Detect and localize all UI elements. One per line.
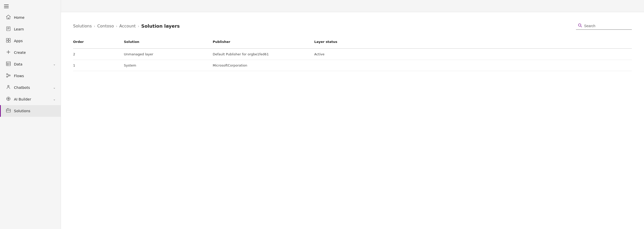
cell-solution-1: Unmanaged layer [124,52,213,56]
chatbot-icon [6,85,11,90]
breadcrumb-separator-1: › [94,24,95,28]
svg-rect-13 [6,62,10,66]
col-solution: Solution [124,38,213,46]
svg-rect-0 [4,5,9,5]
svg-line-33 [581,26,582,27]
breadcrumb: Solutions › Contoso › Account › Solution… [73,23,180,29]
svg-point-23 [8,86,9,86]
sidebar-item-create-label: Create [14,51,56,55]
sidebar-item-flows-label: Flows [14,74,56,78]
sidebar-item-create[interactable]: Create [0,47,61,58]
data-table: Order Solution Publisher Layer status 2 … [73,38,632,71]
main-content: Solutions › Contoso › Account › Solution… [61,0,644,229]
svg-rect-9 [6,41,8,42]
sidebar-item-data[interactable]: Data ⌄ [0,58,61,70]
table-row: 1 System MicrosoftCorporation [73,60,632,71]
apps-icon [6,38,11,44]
breadcrumb-solutions[interactable]: Solutions [73,24,92,28]
svg-line-21 [8,75,9,77]
breadcrumb-separator-2: › [116,24,117,28]
col-layer-status: Layer status [314,38,632,46]
cell-solution-2: System [124,63,213,67]
home-icon [6,15,11,20]
svg-point-17 [7,74,8,75]
sidebar-item-data-label: Data [14,62,50,66]
chevron-down-icon: ⌄ [53,86,56,89]
svg-rect-8 [9,38,10,40]
cell-order-2: 1 [73,63,124,67]
svg-rect-1 [4,6,9,7]
sidebar-item-chatbots[interactable]: Chatbots ⌄ [0,82,61,93]
cell-layer-status-1: Active [314,52,632,56]
table-header: Order Solution Publisher Layer status [73,38,632,49]
svg-point-19 [7,76,8,77]
sidebar-item-home-label: Home [14,15,56,20]
sidebar-item-ai-builder-label: AI Builder [14,97,50,101]
solutions-icon [6,108,11,114]
sidebar-item-learn[interactable]: Learn [0,23,61,35]
sidebar-item-solutions[interactable]: Solutions [0,105,61,117]
sidebar-item-flows[interactable]: Flows [0,70,61,82]
flow-icon [6,73,11,79]
svg-point-18 [9,75,10,76]
sidebar-item-apps-label: Apps [14,39,56,43]
page-title: Solution layers [141,23,180,29]
search-input[interactable] [584,24,630,28]
table-icon [6,61,11,67]
plus-icon [6,50,11,55]
sidebar-item-chatbots-label: Chatbots [14,86,50,90]
search-box[interactable] [576,22,632,30]
sidebar-item-solutions-label: Solutions [14,109,56,113]
cell-publisher-2: MicrosoftCorporation [213,63,314,67]
chevron-down-icon: ⌄ [53,62,56,66]
col-publisher: Publisher [213,38,314,46]
svg-rect-7 [6,38,8,40]
svg-rect-2 [4,8,9,8]
search-icon [578,23,582,28]
ai-icon [6,96,11,102]
table-row: 2 Unmanaged layer Default Publisher for … [73,49,632,60]
breadcrumb-row: Solutions › Contoso › Account › Solution… [73,22,632,30]
cell-publisher-1: Default Publisher for orgbe1fed61 [213,52,314,56]
cell-order-1: 2 [73,52,124,56]
svg-rect-30 [6,109,10,112]
svg-line-20 [8,74,9,75]
sidebar: Home Learn Apps [0,0,61,229]
svg-point-25 [8,98,9,99]
sidebar-top [0,0,61,12]
breadcrumb-contoso[interactable]: Contoso [97,24,114,28]
sidebar-item-learn-label: Learn [14,27,56,31]
sidebar-item-home[interactable]: Home [0,12,61,23]
sidebar-item-apps[interactable]: Apps [0,35,61,47]
col-order: Order [73,38,124,46]
hamburger-icon[interactable] [4,4,9,10]
breadcrumb-separator-3: › [138,24,139,28]
chevron-down-icon: ⌄ [53,97,56,101]
sidebar-item-ai-builder[interactable]: AI Builder ⌄ [0,93,61,105]
svg-rect-10 [9,41,10,42]
breadcrumb-account[interactable]: Account [119,24,136,28]
svg-rect-3 [7,27,10,31]
svg-point-32 [579,24,581,26]
content-area: Solutions › Contoso › Account › Solution… [61,12,644,229]
top-bar [61,0,644,12]
book-icon [6,26,11,32]
